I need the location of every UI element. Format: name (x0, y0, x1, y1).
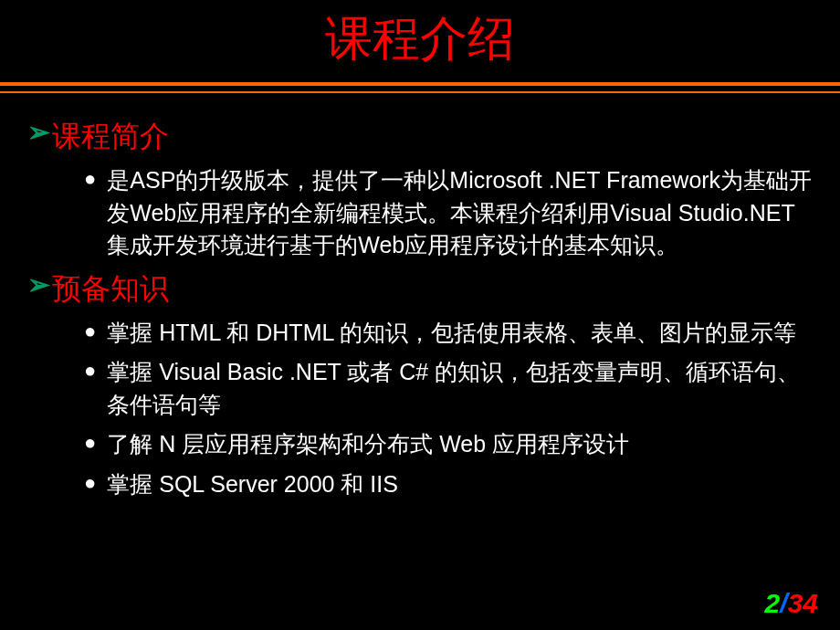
title-underline-thick (0, 82, 840, 86)
bullet-item: ● 掌握 HTML 和 DHTML 的知识，包括使用表格、表单、图片的显示等 (27, 317, 813, 350)
dot-bullet-icon: ● (84, 428, 96, 457)
arrow-bullet-icon: ➢ (27, 117, 50, 149)
arrow-bullet-icon: ➢ (27, 269, 50, 301)
dot-bullet-icon: ● (84, 164, 96, 194)
slide-content: ➢ 课程简介 ● 是ASP的升级版本，提供了一种以Microsoft .NET … (0, 93, 840, 500)
bullet-item: ● 掌握 SQL Server 2000 和 IIS (27, 468, 813, 501)
bullet-text: 掌握 Visual Basic .NET 或者 C# 的知识，包括变量声明、循环… (107, 356, 813, 421)
page-current: 2 (765, 588, 781, 618)
section-title-intro: 课程简介 (52, 117, 169, 157)
bullet-item: ● 了解 N 层应用程序架构和分布式 Web 应用程序设计 (27, 428, 813, 461)
bullet-item: ● 是ASP的升级版本，提供了一种以Microsoft .NET Framewo… (27, 164, 813, 262)
bullet-text: 了解 N 层应用程序架构和分布式 Web 应用程序设计 (107, 428, 629, 461)
slide-title: 课程介绍 (0, 0, 840, 82)
bullet-text: 掌握 SQL Server 2000 和 IIS (107, 468, 398, 501)
dot-bullet-icon: ● (84, 356, 96, 385)
bullet-item: ● 掌握 Visual Basic .NET 或者 C# 的知识，包括变量声明、… (27, 356, 813, 421)
bullet-text: 掌握 HTML 和 DHTML 的知识，包括使用表格、表单、图片的显示等 (107, 317, 796, 350)
dot-bullet-icon: ● (84, 468, 96, 498)
section-heading-prereq: ➢ 预备知识 (27, 269, 813, 310)
section-title-prereq: 预备知识 (52, 269, 169, 310)
page-separator: / (780, 588, 787, 618)
page-total: 34 (788, 588, 818, 618)
page-number: 2/34 (765, 588, 818, 619)
section-heading-intro: ➢ 课程简介 (27, 117, 813, 157)
dot-bullet-icon: ● (84, 317, 96, 346)
bullet-text: 是ASP的升级版本，提供了一种以Microsoft .NET Framework… (107, 164, 813, 262)
